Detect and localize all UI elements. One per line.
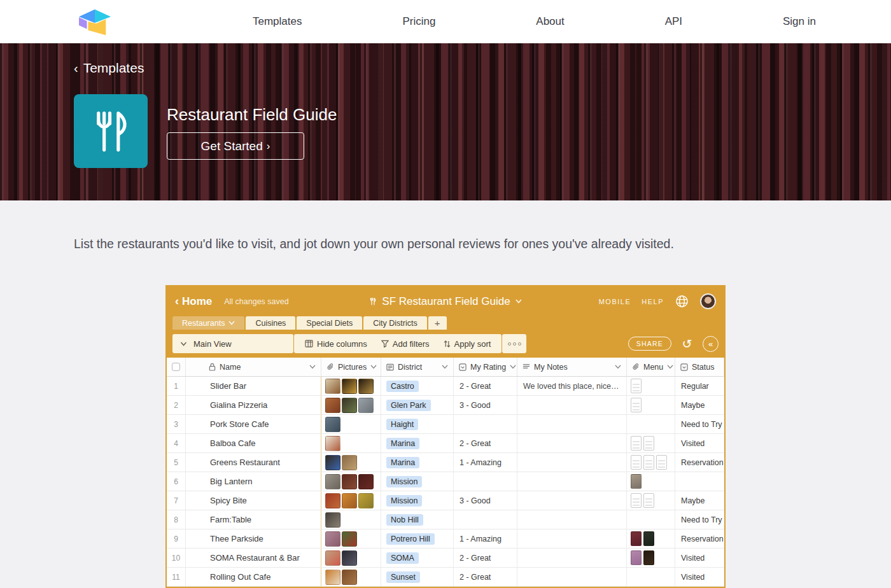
view-switcher[interactable]: Main View — [172, 334, 293, 353]
cell-pictures[interactable] — [321, 377, 381, 395]
picture-thumbnail[interactable] — [358, 493, 374, 508]
cell-district[interactable]: Haight — [381, 415, 454, 433]
cell-status[interactable]: Visited — [675, 549, 724, 567]
picture-thumbnail[interactable] — [325, 398, 340, 413]
tab-add[interactable]: + — [428, 316, 447, 330]
picture-thumbnail[interactable] — [325, 417, 340, 432]
globe-icon[interactable] — [675, 294, 689, 309]
tab-city-districts[interactable]: City Districts — [363, 316, 426, 330]
nav-item-api[interactable]: API — [665, 15, 682, 28]
picture-thumbnail[interactable] — [325, 455, 340, 470]
cell-notes[interactable] — [517, 491, 627, 510]
select-all-checkbox[interactable] — [172, 363, 180, 371]
cell-district[interactable]: Mission — [381, 491, 454, 510]
add-filters-button[interactable]: Add filters — [374, 339, 437, 349]
menu-photo-thumbnail[interactable] — [643, 550, 654, 565]
cell-pictures[interactable] — [321, 453, 381, 472]
cell-rating[interactable] — [454, 415, 517, 433]
share-button[interactable]: SHARE — [628, 337, 671, 351]
cell-notes[interactable] — [517, 529, 627, 548]
column-header-status[interactable]: Status — [675, 358, 724, 376]
apply-sort-button[interactable]: Apply sort — [437, 339, 498, 349]
cell-name[interactable]: Gialina Pizzeria — [186, 396, 321, 414]
cell-rating[interactable]: 3 - Good — [454, 491, 517, 510]
cell-name[interactable]: Rolling Out Cafe — [186, 568, 321, 586]
column-header-name[interactable]: Name — [186, 358, 321, 376]
menu-doc-thumbnail[interactable] — [631, 455, 642, 470]
tab-special-diets[interactable]: Special Diets — [297, 316, 362, 330]
cell-name[interactable]: Farm:Table — [186, 510, 321, 529]
cell-notes[interactable] — [517, 396, 627, 414]
picture-thumbnail[interactable] — [342, 398, 357, 413]
cell-district[interactable]: Marina — [381, 453, 454, 472]
picture-thumbnail[interactable] — [342, 531, 357, 547]
column-header-menu[interactable]: Menu — [627, 358, 675, 376]
picture-thumbnail[interactable] — [325, 379, 340, 394]
cell-notes[interactable] — [517, 472, 627, 491]
cell-district[interactable]: Potrero Hill — [381, 529, 454, 548]
nav-item-about[interactable]: About — [536, 15, 564, 28]
cell-district[interactable]: Sunset — [381, 568, 454, 586]
menu-doc-thumbnail[interactable] — [631, 379, 642, 393]
cell-name[interactable]: Spicy Bite — [186, 491, 321, 510]
menu-doc-thumbnail[interactable] — [631, 398, 642, 412]
cell-rating[interactable]: 2 - Great — [454, 568, 517, 586]
picture-thumbnail[interactable] — [325, 493, 340, 508]
cell-district[interactable]: Nob Hill — [381, 510, 454, 529]
get-started-button[interactable]: Get Started › — [167, 132, 304, 160]
cell-name[interactable]: Pork Store Cafe — [186, 415, 321, 433]
cell-rating[interactable]: 2 - Great — [454, 434, 517, 452]
cell-name[interactable]: Balboa Cafe — [186, 434, 321, 452]
cell-menu[interactable] — [627, 396, 675, 414]
cell-notes[interactable]: We loved this place, nice… — [517, 377, 627, 395]
picture-thumbnail[interactable] — [342, 379, 357, 394]
cell-name[interactable]: SOMA Restaurant & Bar — [186, 549, 321, 567]
cell-district[interactable]: Marina — [381, 434, 454, 452]
cell-rating[interactable]: 1 - Amazing — [454, 529, 517, 548]
cell-menu[interactable] — [627, 568, 675, 586]
picture-thumbnail[interactable] — [358, 379, 374, 394]
cell-status[interactable]: Need to Try — [675, 415, 724, 433]
cell-pictures[interactable] — [321, 396, 381, 414]
picture-thumbnail[interactable] — [325, 512, 340, 528]
cell-status[interactable]: Reservation Made — [675, 529, 724, 548]
picture-thumbnail[interactable] — [342, 493, 357, 508]
cell-status[interactable]: Need to Try — [675, 510, 724, 529]
menu-doc-thumbnail[interactable] — [643, 455, 654, 470]
cell-status[interactable]: Regular — [675, 377, 724, 395]
menu-doc-thumbnail[interactable] — [631, 493, 642, 508]
cell-notes[interactable] — [517, 415, 627, 433]
cell-status[interactable] — [675, 472, 724, 491]
cell-notes[interactable] — [517, 568, 627, 586]
cell-name[interactable]: Greens Restaurant — [186, 453, 321, 472]
picture-thumbnail[interactable] — [342, 570, 357, 585]
cell-menu[interactable] — [627, 415, 675, 433]
cell-menu[interactable] — [627, 472, 675, 491]
picture-thumbnail[interactable] — [325, 550, 340, 566]
cell-status[interactable]: Maybe — [675, 491, 724, 510]
menu-doc-thumbnail[interactable] — [643, 436, 654, 451]
airtable-logo[interactable] — [75, 6, 115, 38]
base-title-menu[interactable]: SF Restaurant Field Guide — [368, 295, 522, 308]
cell-name[interactable]: Slider Bar — [186, 377, 321, 395]
cell-notes[interactable] — [517, 434, 627, 452]
user-avatar[interactable] — [700, 293, 716, 309]
cell-pictures[interactable] — [321, 549, 381, 567]
picture-thumbnail[interactable] — [325, 570, 340, 585]
cell-pictures[interactable] — [321, 510, 381, 529]
menu-photo-thumbnail[interactable] — [631, 531, 642, 546]
cell-pictures[interactable] — [321, 472, 381, 491]
cell-menu[interactable] — [627, 491, 675, 510]
more-options-button[interactable] — [502, 334, 526, 353]
cell-rating[interactable]: 2 - Great — [454, 549, 517, 567]
mobile-link[interactable]: MOBILE — [599, 298, 631, 305]
cell-menu[interactable] — [627, 434, 675, 452]
picture-thumbnail[interactable] — [325, 531, 340, 547]
picture-thumbnail[interactable] — [358, 398, 374, 413]
breadcrumb-templates[interactable]: ‹ Templates — [74, 60, 144, 76]
history-icon[interactable]: ↺ — [679, 336, 695, 352]
cell-notes[interactable] — [517, 549, 627, 567]
cell-rating[interactable]: 3 - Good — [454, 396, 517, 414]
cell-pictures[interactable] — [321, 434, 381, 452]
cell-district[interactable]: Castro — [381, 377, 454, 395]
